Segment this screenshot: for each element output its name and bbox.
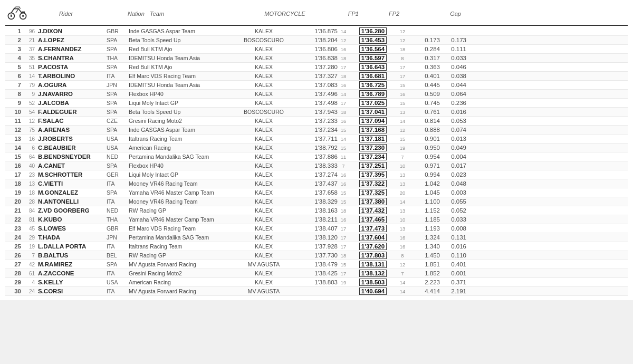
cell-fp1: 1'37.928 [290, 243, 338, 250]
cell-fp2-laps: 12 [397, 262, 408, 267]
cell-fp1-laps: 16 [338, 82, 349, 88]
cell-motorcycle: KALEX [237, 127, 290, 133]
cell-gap2: 0.046 [440, 64, 466, 70]
cell-motorcycle: KALEX [237, 46, 290, 52]
cell-number: 24 [21, 289, 36, 294]
cell-position: 4 [5, 55, 21, 61]
cell-gap: 0.901 [408, 136, 440, 142]
cell-rider: C.VIETTI [36, 180, 104, 187]
cell-position: 9 [5, 100, 21, 106]
cell-nation: THA [104, 55, 127, 61]
cell-fp2-laps: 16 [397, 244, 408, 250]
cell-number: 45 [21, 226, 36, 232]
cell-gap2: 0.013 [440, 136, 466, 142]
cell-gap2: 0.173 [440, 37, 466, 43]
cell-rider: M.RAMIREZ [36, 261, 104, 267]
cell-gap2: 0.052 [440, 207, 466, 214]
cell-rider: A.LOPEZ [36, 37, 104, 43]
cell-fp2: 1'37.465 [349, 216, 397, 223]
cell-gap: 0.971 [408, 162, 440, 169]
cell-nation: GBR [104, 28, 127, 34]
cell-gap2: 0.131 [440, 234, 466, 241]
table-row: 19 18 M.GONZALEZ SPA Yamaha VR46 Master … [5, 188, 628, 197]
cell-rider: A.OGURA [36, 82, 104, 88]
fp2-time: 1'37.025 [359, 99, 387, 107]
header-num [42, 11, 57, 17]
cell-rider: J.ROBERTS [36, 136, 104, 142]
cell-gap: 0.317 [408, 55, 440, 61]
cell-motorcycle: KALEX [237, 55, 290, 61]
cell-fp2-laps: 12 [397, 28, 408, 34]
cell-number: 51 [21, 64, 36, 70]
cell-team: Italtrans Racing Team [127, 243, 237, 250]
cell-fp2: 1'37.168 [349, 126, 397, 133]
cell-rider: B.BALTUS [36, 252, 104, 258]
cell-motorcycle: MV AGUSTA [237, 288, 290, 294]
cell-fp1: 1'38.425 [290, 270, 338, 276]
cell-fp1: 1'38.792 [290, 145, 338, 151]
cell-fp2: 1'36.280 [349, 27, 397, 35]
cell-gap2: 0.001 [440, 270, 466, 276]
table-row: 24 29 T.HADA JPN Pertamina Mandalika SAG… [5, 233, 628, 242]
cell-fp1: 1'38.333 [290, 162, 338, 169]
cell-nation: ITA [104, 270, 127, 276]
cell-fp2-laps: 16 [397, 235, 408, 241]
cell-team: American Racing [127, 279, 237, 285]
cell-fp2: 1'36.789 [349, 90, 397, 98]
cell-number: 21 [21, 37, 36, 43]
cell-motorcycle: KALEX [237, 180, 290, 187]
cell-team: Beta Tools Speed Up [127, 37, 237, 43]
cell-fp2-laps: 10 [397, 163, 408, 169]
cell-team: MV Agusta Forward Racing [127, 261, 237, 267]
cell-fp2-laps: 20 [397, 190, 408, 196]
cell-number: 61 [21, 271, 36, 276]
cell-gap: 1.450 [408, 252, 440, 258]
cell-team: Pertamina Mandalika SAG Team [127, 154, 237, 160]
fp2-time: 1'36.643 [359, 63, 387, 71]
cell-team: Liqui Moly Intact GP [127, 100, 237, 106]
cell-number: 4 [21, 280, 36, 285]
cell-fp2: 1'36.643 [349, 63, 397, 71]
cell-motorcycle: KALEX [237, 73, 290, 79]
cell-gap2: 0.033 [440, 216, 466, 223]
cell-motorcycle: KALEX [237, 162, 290, 169]
cell-gap: 0.401 [408, 73, 440, 79]
cell-position: 23 [5, 225, 21, 232]
cell-team: Yamaha VR46 Master Camp Team [127, 216, 237, 223]
cell-team: RW Racing GP [127, 207, 237, 214]
cell-nation: CZE [104, 118, 127, 124]
cell-gap2: 0.003 [440, 189, 466, 196]
cell-number: 81 [21, 217, 36, 223]
cell-fp1: 1'37.730 [290, 252, 338, 258]
cell-gap2: 0.016 [440, 243, 466, 250]
cell-rider: F.SALAC [36, 118, 104, 124]
fp2-time: 1'37.620 [359, 243, 387, 250]
fp2-time: 1'37.803 [359, 252, 387, 259]
cell-fp1-laps: 12 [338, 37, 349, 43]
cell-number: 96 [21, 28, 36, 34]
cell-gap: 0.814 [408, 118, 440, 124]
cell-rider: J.DIXON [36, 28, 104, 34]
cell-gap2: 0.074 [440, 127, 466, 133]
table-header: Rider Nation Team MOTORCYCLE FP1 FP2 Gap [5, 4, 628, 26]
table-row: 17 23 M.SCHROTTER GER Liqui Moly Intact … [5, 170, 628, 179]
cell-fp1-laps: 17 [338, 235, 349, 241]
cell-fp1-laps: 16 [338, 118, 349, 124]
cell-rider: N.ANTONELLI [36, 198, 104, 205]
cell-fp2: 1'36.453 [349, 36, 397, 44]
table-row: 1 96 J.DIXON GBR Inde GASGAS Aspar Team … [5, 27, 628, 36]
cell-fp1: 1'37.083 [290, 82, 338, 88]
cell-gap2: 0.049 [440, 145, 466, 151]
fp2-time: 1'36.681 [359, 72, 387, 80]
cell-nation: NED [104, 207, 127, 214]
cell-nation: SPA [104, 109, 127, 115]
cell-fp1-laps: 17 [338, 244, 349, 250]
fp2-time: 1'38.132 [359, 270, 387, 277]
table-row: 29 4 S.KELLY USA American Racing KALEX 1… [5, 278, 628, 287]
cell-motorcycle: KALEX [237, 270, 290, 276]
cell-nation: SPA [104, 91, 127, 97]
cell-fp1: 1'38.211 [290, 216, 338, 223]
table-row: 9 52 J.ALCOBA SPA Liqui Moly Intact GP K… [5, 99, 628, 108]
cell-team: Beta Tools Speed Up [127, 109, 237, 115]
cell-motorcycle: KALEX [237, 64, 290, 70]
